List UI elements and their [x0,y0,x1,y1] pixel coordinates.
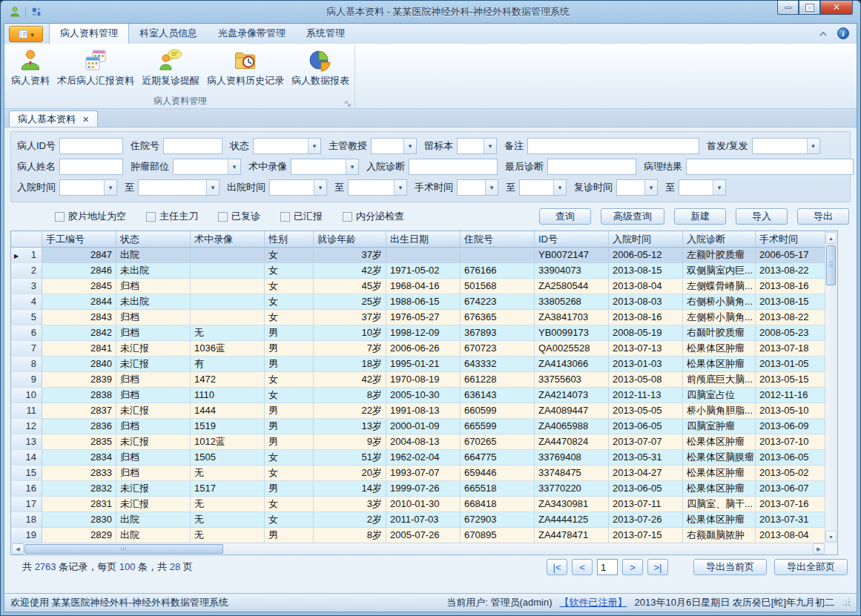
filter-combo-revisit-date-to[interactable] [679,179,726,196]
table-row[interactable]: 102838归档1110女8岁2005-10-30636143ZA4214073… [11,388,825,403]
horizontal-scrollbar[interactable] [12,543,825,554]
checkbox-film-address-empty[interactable]: 胶片地址为空 [55,210,126,223]
chevron-down-icon[interactable] [403,139,416,153]
table-row[interactable]: 142834归档1505女51岁1962-02-0466477533769408… [11,450,825,466]
close-button[interactable] [820,1,853,15]
advanced-query-button[interactable]: 高级查询 [601,208,664,225]
table-row[interactable]: 42844未出院女25岁1988-06-15674223338052682013… [11,294,825,310]
filter-combo-admit-date-to[interactable] [138,179,220,196]
chevron-down-icon[interactable] [807,139,819,153]
table-row[interactable]: 62842归档无男10岁1998-12-09367893YB0099173200… [11,325,825,341]
chevron-down-icon[interactable] [713,180,725,195]
filter-combo-admit-date-from[interactable] [59,179,117,196]
collapse-ribbon-icon[interactable] [818,29,828,38]
row-header[interactable]: 9 [11,372,42,388]
table-row[interactable]: 162832未汇报1517男14岁1999-07-266655183377022… [11,481,825,497]
filter-input-patient-name[interactable] [59,159,123,175]
column-header-admit-date[interactable]: 入院时间 [609,231,683,248]
chevron-down-icon[interactable] [104,180,116,195]
title-bar[interactable]: 病人基本资料 - 某某医院神经外科-神经外科数据管理系统 [4,1,857,23]
checkbox-reported[interactable]: 已汇报 [280,210,323,223]
export-current-page-button[interactable]: 导出当前页 [693,559,767,575]
ribbon-tab-system-management[interactable]: 系统管理 [296,24,355,44]
next-page-button[interactable]: > [622,559,643,575]
scroll-down-icon[interactable] [825,531,837,543]
chevron-down-icon[interactable] [484,139,496,153]
column-header-surgery-date[interactable]: 手术时间 [756,231,825,248]
filter-combo-revisit-date-from[interactable] [616,179,658,196]
chevron-down-icon[interactable] [228,159,240,174]
checkbox-revisited[interactable]: 已复诊 [218,210,260,223]
checkbox-endocrine-exam[interactable]: 内分泌检查 [343,210,404,223]
filter-combo-surgery-date-from[interactable] [457,179,498,196]
first-page-button[interactable]: |< [547,559,567,575]
filter-combo-surgery-date-to[interactable] [519,179,567,196]
table-row[interactable]: 52843归档女37岁1976-05-27676365ZA38417032013… [11,310,825,325]
vertical-scrollbar[interactable] [825,232,837,543]
vertical-scroll-thumb[interactable] [826,245,836,285]
ribbon-tab-patient-data-management[interactable]: 病人资料管理 [49,23,129,44]
row-header[interactable]: 3 [11,279,42,294]
chevron-down-icon[interactable] [553,180,566,195]
filter-input-admit-diagnosis[interactable] [409,159,498,175]
new-button[interactable]: 新建 [674,208,726,225]
filter-input-patient-id[interactable] [59,138,123,154]
filter-input-pathology-result[interactable] [686,159,854,175]
scroll-track[interactable] [223,543,813,554]
chevron-down-icon[interactable] [206,180,219,195]
column-header-manual-no[interactable]: 手工编号 [42,231,116,248]
row-header[interactable]: 16 [11,481,42,497]
ribbon-tab-department-staff-info[interactable]: 科室人员信息 [129,24,208,44]
row-header[interactable]: 12 [11,419,42,434]
row-header[interactable]: 8 [11,357,42,372]
quick-access-icon[interactable] [30,5,43,19]
table-row[interactable]: 92839归档1472女42岁1970-08-19661228337556032… [11,372,825,388]
scroll-left-icon[interactable] [12,543,24,554]
table-row[interactable]: 12847出院女37岁YB00721472006-05-12左额叶胶质瘤2006… [11,248,825,263]
chevron-down-icon[interactable] [314,180,326,195]
filter-combo-discharge-date-from[interactable] [269,179,327,196]
row-header[interactable]: 14 [11,450,42,466]
last-page-button[interactable]: >| [647,559,668,575]
filter-input-remark[interactable] [527,138,699,154]
filter-combo-status[interactable] [253,138,321,154]
chevron-down-icon[interactable] [346,159,358,174]
chevron-down-icon[interactable] [308,139,320,153]
export-all-pages-button[interactable]: 导出全部页 [774,559,848,575]
filter-combo-first-or-recurrent[interactable] [752,138,820,154]
ribbon-button-patient-info[interactable]: 病人资料 [7,45,53,89]
maximize-button[interactable] [799,1,820,15]
chevron-down-icon[interactable] [485,180,498,195]
table-row[interactable]: 32845归档女45岁1968-04-16501568ZA25805442013… [11,279,825,294]
row-header[interactable]: 13 [11,434,42,450]
prev-page-button[interactable]: < [572,559,593,575]
column-header-status[interactable]: 状态 [116,231,191,248]
ribbon-tab-disc-tape-management[interactable]: 光盘录像带管理 [208,24,296,44]
table-row[interactable]: 182830出院无女2岁2011-07-03672903ZA4444125201… [11,512,825,528]
table-row[interactable]: 112837未汇报1444男22岁1991-08-13660599ZA40894… [11,403,825,419]
table-row[interactable]: 132835未汇报1012蓝男9岁2004-08-13670265ZA44708… [11,434,825,450]
row-header[interactable]: 2 [11,263,42,279]
ribbon-button-revisit-reminder[interactable]: 近期复诊提醒 [138,45,203,89]
column-header-id-no[interactable]: ID号 [535,231,609,248]
help-info-icon[interactable] [837,27,849,39]
row-header[interactable]: 4 [11,294,42,310]
application-menu-button[interactable] [9,26,43,42]
resize-grip[interactable] [842,598,851,607]
table-row[interactable]: 122836归档1519男13岁2000-01-09665599ZA406598… [11,419,825,434]
column-header-admit-diagnosis[interactable]: 入院诊断 [683,231,756,248]
row-header[interactable]: 19 [11,528,42,543]
row-header[interactable]: 7 [11,341,42,357]
row-header[interactable]: 18 [11,512,42,528]
chevron-down-icon[interactable] [394,180,406,195]
filter-input-final-diagnosis[interactable] [547,159,636,175]
filter-combo-tumor-site[interactable] [173,159,241,175]
row-header[interactable]: 1 [11,248,42,263]
table-row[interactable]: 152833归档无女20岁1993-07-0765944633748475201… [11,466,825,481]
table-row[interactable]: 72841未汇报1036蓝男7岁2006-06-26670723QA002552… [11,341,825,357]
table-row[interactable]: 172831未汇报无女3岁2010-01-30668418ZA343098120… [11,497,825,512]
export-button[interactable]: 导出 [797,208,849,225]
minimize-button[interactable] [777,1,799,15]
row-header[interactable]: 10 [11,388,42,403]
column-header-gender[interactable]: 性别 [265,231,314,248]
